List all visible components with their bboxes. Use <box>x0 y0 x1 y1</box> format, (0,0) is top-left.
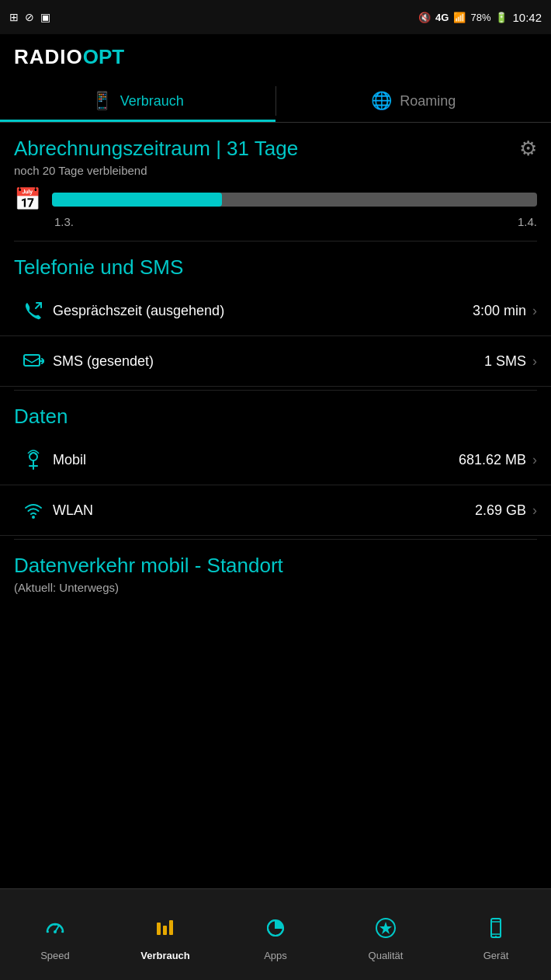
status-bar: ⊞ ⊘ ▣ 🔇 4G 📶 78% 🔋 10:42 <box>0 0 551 34</box>
data-title: Daten <box>14 405 68 428</box>
datenverkehr-section: Datenverkehr mobil - Standort (Aktuell: … <box>0 540 551 600</box>
wlan-label: WLAN <box>53 502 475 519</box>
wlan-chevron-icon: › <box>532 502 537 519</box>
bottom-nav: Speed Verbrauch Apps <box>0 888 551 980</box>
status-left-icons: ⊞ ⊘ ▣ <box>9 11 50 23</box>
call-chevron-icon: › <box>532 303 537 319</box>
signal-icon: ⊘ <box>25 11 34 23</box>
date-end: 1.4. <box>518 215 537 228</box>
logo-radio: RADIO <box>14 45 83 69</box>
app-header: RADIOOPT <box>0 34 551 80</box>
wlan-value: 2.69 GB <box>475 502 526 519</box>
wifi-icon <box>14 499 53 521</box>
phone-outgoing-icon <box>14 300 53 321</box>
tab-verbrauch-label: Verbrauch <box>120 93 184 109</box>
call-value: 3:00 min <box>473 303 526 319</box>
nav-item-gerat[interactable]: Gerät <box>441 889 551 980</box>
call-row[interactable]: Gesprächszeit (ausgehend) 3:00 min › <box>0 286 551 336</box>
billing-title-row: Abrechnungszeitraum | 31 Tage ⚙ <box>14 137 537 161</box>
datenverkehr-title: Datenverkehr mobil - Standort <box>14 554 537 578</box>
speedometer-icon <box>43 916 67 945</box>
gear-icon[interactable]: ⚙ <box>519 137 537 161</box>
svg-rect-12 <box>163 926 167 935</box>
logo-opt: OPT <box>83 45 124 69</box>
svg-line-0 <box>36 303 41 308</box>
mobile-data-icon <box>14 449 53 471</box>
progress-bar-fill <box>52 193 222 207</box>
mobile-value: 681.62 MB <box>459 452 526 468</box>
mobile-row[interactable]: Mobil 681.62 MB › <box>0 435 551 485</box>
sms-outgoing-icon <box>14 350 53 372</box>
mobile-label: Mobil <box>53 452 459 468</box>
nav-speed-label: Speed <box>40 950 70 961</box>
nav-item-speed[interactable]: Speed <box>0 889 110 980</box>
menu-icon: ⊞ <box>9 11 19 23</box>
sms-value: 1 SMS <box>484 353 526 370</box>
time-display: 10:42 <box>512 11 542 24</box>
network-type: 4G <box>435 12 449 23</box>
data-section-header: Daten <box>0 391 551 435</box>
battery-icon: 🔋 <box>495 12 508 23</box>
sms-row[interactable]: SMS (gesendet) 1 SMS › <box>0 336 551 387</box>
svg-marker-16 <box>379 922 392 934</box>
nav-item-apps[interactable]: Apps <box>220 889 331 980</box>
sms-chevron-icon: › <box>532 353 537 370</box>
pie-chart-icon <box>264 916 287 945</box>
date-start: 1.3. <box>54 215 74 228</box>
nav-gerat-label: Gerät <box>483 950 509 961</box>
call-label: Gesprächszeit (ausgehend) <box>53 303 473 319</box>
globe-tab-icon: 🌐 <box>371 91 392 111</box>
svg-rect-11 <box>157 923 161 935</box>
mute-icon: 🔇 <box>418 12 431 23</box>
mobile-chevron-icon: › <box>532 452 537 468</box>
nav-item-verbrauch[interactable]: Verbrauch <box>110 889 220 980</box>
wlan-row[interactable]: WLAN 2.69 GB › <box>0 485 551 536</box>
nav-apps-label: Apps <box>264 950 287 961</box>
tab-roaming-label: Roaming <box>400 93 456 109</box>
signal-strength-icon: 📶 <box>453 12 466 23</box>
billing-section: Abrechnungszeitraum | 31 Tage ⚙ noch 20 … <box>0 123 551 228</box>
battery-percentage: 78% <box>470 12 490 23</box>
nav-verbrauch-label: Verbrauch <box>140 950 190 961</box>
tab-roaming[interactable]: 🌐 Roaming <box>276 80 552 122</box>
billing-progress-row: 📅 <box>14 186 537 212</box>
calendar-icon: 📅 <box>14 186 41 212</box>
phone-tab-icon: 📱 <box>92 91 113 111</box>
nav-qualitat-label: Qualität <box>369 950 404 961</box>
billing-title: Abrechnungszeitraum | 31 Tage <box>14 137 298 161</box>
nav-item-qualitat[interactable]: Qualität <box>331 889 441 980</box>
progress-bar-container <box>52 193 537 207</box>
svg-point-20 <box>495 936 497 937</box>
tab-verbrauch[interactable]: 📱 Verbrauch <box>0 80 276 122</box>
svg-point-7 <box>54 930 57 933</box>
sms-label: SMS (gesendet) <box>53 353 484 370</box>
tab-bar: 📱 Verbrauch 🌐 Roaming <box>0 80 551 123</box>
device-icon <box>484 916 508 945</box>
svg-rect-13 <box>169 920 173 935</box>
telephony-title: Telefonie und SMS <box>14 255 183 279</box>
bars-icon <box>154 916 177 945</box>
svg-point-5 <box>32 516 35 519</box>
telephony-section-header: Telefonie und SMS <box>0 242 551 286</box>
datenverkehr-subtitle: (Aktuell: Unterwegs) <box>14 581 537 594</box>
star-icon <box>374 916 397 945</box>
status-right-info: 🔇 4G 📶 78% 🔋 10:42 <box>418 11 542 24</box>
svg-rect-1 <box>24 355 40 366</box>
billing-subtitle: noch 20 Tage verbleibend <box>14 164 537 177</box>
photo-icon: ▣ <box>40 11 50 23</box>
date-row: 1.3. 1.4. <box>14 215 537 228</box>
